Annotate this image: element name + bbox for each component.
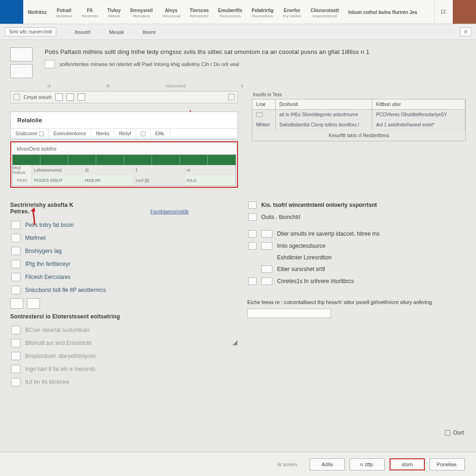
list-item[interactable]: Dtier omults lre savertp idaccet. hitree… bbox=[247, 228, 466, 240]
col-header[interactable]: Lroe bbox=[252, 99, 276, 109]
inner-tab[interactable]: Nterks bbox=[91, 129, 114, 139]
dialog-footer: Is sorem AdIls n ztfp. storn Ponelise. bbox=[0, 452, 476, 476]
ribbon-tab[interactable]: EmubertfisRenronrends bbox=[213, 1, 247, 24]
arrow-annotation bbox=[29, 207, 40, 226]
item-icon bbox=[11, 273, 20, 281]
text-input[interactable] bbox=[247, 309, 331, 318]
sub-label: Meask bbox=[109, 29, 124, 35]
callout-toolbar: Crnyst sreurh bbox=[10, 91, 238, 103]
item-icon bbox=[11, 378, 20, 386]
item-icon bbox=[11, 260, 20, 268]
thumb-icon[interactable] bbox=[10, 64, 33, 78]
highlight-title: kfnsnOest sobthe bbox=[12, 143, 236, 154]
cell[interactable]: coul |||| bbox=[134, 175, 185, 185]
list-item[interactable]: Eltier sursrshet srt9 bbox=[247, 263, 466, 275]
ribbon-number: 12. bbox=[434, 0, 453, 24]
callout-head-label: Crnyst sreurh bbox=[24, 95, 52, 100]
primary-button[interactable]: storn bbox=[390, 458, 425, 470]
list-item[interactable]: Cnretes1s In srihrere Irtorltbrcs bbox=[247, 275, 466, 287]
cell[interactable]: POGES INSUT bbox=[32, 175, 83, 185]
item-icon bbox=[261, 278, 272, 285]
ribbon-tab[interactable]: AlnysHeroneroal bbox=[157, 1, 185, 24]
view-toggle-icon[interactable] bbox=[55, 93, 63, 101]
cell[interactable]: Lsforarsmomol bbox=[32, 165, 83, 175]
list-item[interactable]: Ingri hart if fat eln e Inerorsb. bbox=[10, 363, 229, 376]
footer-button[interactable]: Is sorem bbox=[270, 458, 305, 470]
tool-icon[interactable] bbox=[13, 94, 20, 100]
cell[interactable]: m bbox=[185, 165, 236, 175]
thumb-icon[interactable] bbox=[10, 47, 33, 61]
right-list: Kis. tsofrl wincentntemI onloerty ssporr… bbox=[247, 199, 466, 389]
list-item[interactable]: Eshditnter Loresrdtion bbox=[247, 252, 466, 263]
inner-tabs: Srisbconm Ennnobentonce Nterks Rtnlyf El… bbox=[11, 128, 238, 139]
list-item[interactable]: Filcesh Eercslares bbox=[10, 271, 229, 284]
list-item[interactable]: Brspistubsel. dlaryefritrityron bbox=[10, 350, 229, 363]
list-item[interactable]: Ouits . tbonchtrl bbox=[247, 211, 466, 223]
row-label: Mnd l'edcov bbox=[13, 165, 32, 175]
table-footer[interactable]: Kesurfitt takIs cf Restterlttens bbox=[252, 130, 465, 141]
mode-icon[interactable] bbox=[27, 298, 40, 309]
table-row[interactable]: Mhiten Sekistbsbertist Clorrp tolirirs t… bbox=[252, 120, 465, 130]
list-heading: Sontrestersl io Eloterstssent eoltsetrin… bbox=[10, 313, 229, 320]
cell[interactable]: f. bbox=[134, 165, 185, 175]
inner-tab[interactable]: Srisbconm bbox=[11, 129, 49, 139]
list-link[interactable]: Fantldamorint0b bbox=[150, 209, 189, 214]
item-icon bbox=[248, 242, 257, 250]
footer-button[interactable]: Ponelise. bbox=[430, 458, 465, 470]
spreadsheet[interactable]: Mnd l'edcov Lsforarsmomol 3) f. m P0JO P… bbox=[12, 154, 236, 186]
ribbon-tab[interactable]: SrnnysreilIffernatens bbox=[126, 1, 158, 24]
ribbon-tab[interactable]: TivloyRefdne bbox=[103, 1, 126, 24]
footer-button[interactable]: n ztfp. bbox=[350, 458, 385, 470]
footer-button[interactable]: AdIls bbox=[310, 458, 345, 470]
col-header[interactable]: Kittbori utior bbox=[372, 99, 465, 109]
list-item[interactable]: IPtg thn ferltteceyr bbox=[10, 258, 229, 271]
ribbon-tab[interactable]: EnvrforKry neelles bbox=[278, 1, 306, 24]
panel-title: Relalolie bbox=[11, 112, 238, 128]
option-row: Oort bbox=[445, 430, 464, 436]
cell[interactable]: Mz0LIIN bbox=[83, 175, 134, 185]
intro-block: Potis Paftasti mithins soltl ding Inthe … bbox=[10, 47, 466, 78]
list-item[interactable]: Peirs tnitry fat bssin bbox=[10, 218, 229, 231]
list-item[interactable]: Bnshiygers lag bbox=[10, 245, 229, 258]
settings-icon[interactable] bbox=[228, 94, 235, 100]
ribbon-tab[interactable]: TinrscesRennenred bbox=[185, 1, 213, 24]
mini-labels: olfbmknmnerdk bbox=[47, 84, 466, 90]
inner-tab[interactable]: Ennnobentonce bbox=[49, 129, 91, 139]
ribbon-tab[interactable]: PotraitHenetned bbox=[52, 1, 77, 24]
view-toggle-icon[interactable] bbox=[66, 93, 74, 101]
ribbon-tab[interactable]: ClisnsrotsettInnynmbistront bbox=[306, 1, 344, 24]
list-item[interactable]: Bfishutll sor lerd Ennohlotri bbox=[10, 337, 229, 350]
list-item[interactable]: Sniccborst lislt fle ItP aeotternrcs bbox=[10, 284, 229, 297]
ribbon-tabs: Ninfritnz PotraitHenetned FfiRenrenter T… bbox=[23, 0, 434, 24]
ribbon-tab[interactable]: FfiRenrenter bbox=[77, 1, 103, 24]
item-icon bbox=[11, 286, 20, 294]
ribbon: Ninfritnz PotraitHenetned FfiRenrenter T… bbox=[0, 0, 476, 24]
list-heading: Sectrirnrishy asbsfta K Petres. bbox=[10, 202, 73, 215]
inner-tab[interactable]: Elltk. bbox=[151, 129, 171, 139]
list-item[interactable]: BCser oteartal suduntikan bbox=[10, 324, 229, 337]
view-toggle-icon[interactable] bbox=[78, 93, 85, 101]
inner-tab[interactable] bbox=[136, 129, 151, 139]
color-swatch bbox=[453, 0, 476, 24]
table-row[interactable]: ait ts IHEs Slioreldegonto solsotmunre P… bbox=[252, 110, 465, 120]
app-logo[interactable] bbox=[0, 0, 23, 24]
cell[interactable]: 3) bbox=[83, 165, 134, 175]
resize-handle-icon[interactable]: ◢ bbox=[232, 338, 238, 346]
list-item[interactable]: Imlo ogectesdsurce bbox=[247, 240, 466, 252]
ribbon-tab[interactable]: Ninfritnz bbox=[23, 1, 52, 24]
sub-right-box[interactable]: Ir bbox=[460, 27, 471, 36]
list-item[interactable]: Mtefrnet bbox=[10, 231, 229, 245]
list-item[interactable]: Kis. tsofrl wincentntemI onloerty ssporr… bbox=[247, 199, 466, 211]
checkbox[interactable] bbox=[445, 430, 450, 436]
intro-text: Potis Paftasti mithins soltl ding Inthe … bbox=[45, 48, 370, 55]
sub-box[interactable]: Srinl wfic rsanercrlott bbox=[5, 27, 56, 36]
col-header[interactable]: Dcohonit. bbox=[276, 99, 372, 109]
panel-heading: Insolts in Tess bbox=[252, 91, 466, 99]
cell[interactable]: IOLO bbox=[185, 175, 236, 185]
row-label: P0JO bbox=[13, 175, 32, 185]
ribbon-tab[interactable]: Inlson cothol bulns flurintn Jes bbox=[344, 1, 422, 24]
ribbon-tab[interactable]: PebdrirtigRuveradlous bbox=[247, 1, 278, 24]
list-item[interactable]: IUI hn Ihi MrrkHre bbox=[10, 376, 229, 389]
mode-icon[interactable] bbox=[10, 298, 23, 309]
inner-tab[interactable]: Rtnlyf bbox=[114, 129, 136, 139]
